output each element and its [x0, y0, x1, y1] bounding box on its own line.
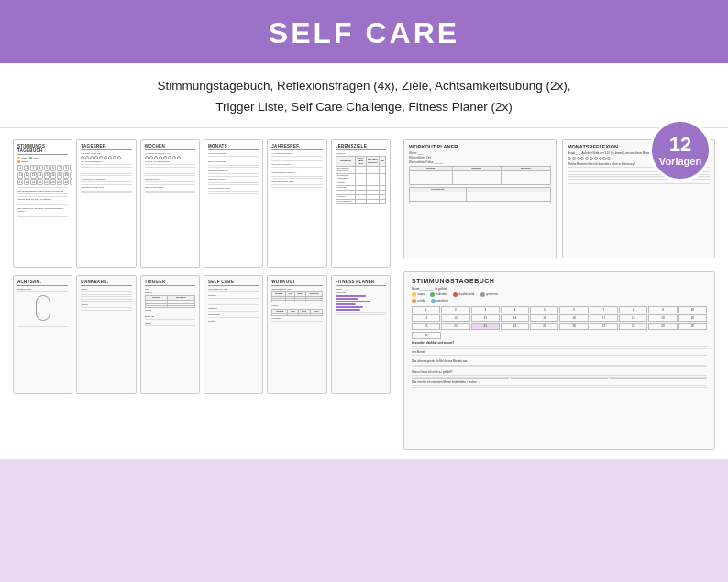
main-content: 12 Vorlagen STIMMUNGSTAGEBUCH super trau… — [0, 128, 728, 459]
preview-jahresref: JAHRESREF. 5 schöne Erlebnisse... Was ic… — [267, 139, 326, 268]
right-previews: WORKOUT PLANER Woche ____ Wöchentliches … — [403, 139, 715, 450]
subtitle-section: Stimmungstagebuch, Reflexionsfragen (4x)… — [0, 63, 728, 128]
subtitle-line1: Stimmungstagebuch, Reflexionsfragen (4x)… — [18, 76, 710, 97]
preview-monats: MONATS Schöne Momente... Welche Fürsorge… — [204, 139, 263, 268]
preview-lebensziele: LEBENSZIELE Kategorie KategorieDas läuft… — [331, 139, 391, 268]
preview-selfcare: SELF CARE Wöchentlicher Tipp: Montag Die… — [204, 275, 263, 394]
main-title: SELF CARE — [0, 16, 728, 50]
right-bottom-section: STIMMUNGSTAGEBUCH Monat _________ ist ge… — [403, 271, 715, 450]
preview-stimmung: STIMMUNGSTAGEBUCH super traurig müdig 12… — [13, 139, 72, 268]
subtitle-line2: Trigger Liste, Self Care Challenge, Fitn… — [18, 97, 710, 118]
bottom-row-previews: ACHTSAM. Notiere einen... DANKBARK. Datu… — [13, 275, 391, 394]
preview-trigger: TRIGGER The Trigger DatumSituation Tag 1… — [140, 275, 200, 394]
badge-number: 12 — [669, 134, 691, 156]
preview-workout: WORKOUT Wöchentlicher Tipp ÜbungSetWdh.G… — [267, 275, 326, 394]
vorlagen-badge: 12 Vorlagen — [649, 119, 711, 181]
page-header: SELF CARE — [0, 0, 728, 63]
preview-workout-planer: WORKOUT PLANER Woche ____ Wöchentliches … — [403, 139, 557, 258]
preview-stimmung-large: STIMMUNGSTAGEBUCH Monat _________ ist ge… — [403, 271, 715, 450]
top-row-previews: STIMMUNGSTAGEBUCH super traurig müdig 12… — [13, 139, 391, 268]
left-previews: STIMMUNGSTAGEBUCH super traurig müdig 12… — [13, 139, 391, 450]
preview-achtsamkeit: ACHTSAM. Notiere einen... — [13, 275, 72, 394]
preview-tagesref: TAGESREF. Auf einer Skala von Ein schöne… — [76, 139, 136, 268]
badge-label: Vorlagen — [659, 156, 701, 167]
preview-wochen: WOCHEN Auf einer Skala von 1-10 Schöne M… — [140, 139, 200, 268]
preview-dankbarkeit: DANKBARK. Datum Tag 50 — [76, 275, 136, 394]
preview-fitness: FITNESS PLANER Datum _____ Fortschritt — [331, 275, 391, 394]
